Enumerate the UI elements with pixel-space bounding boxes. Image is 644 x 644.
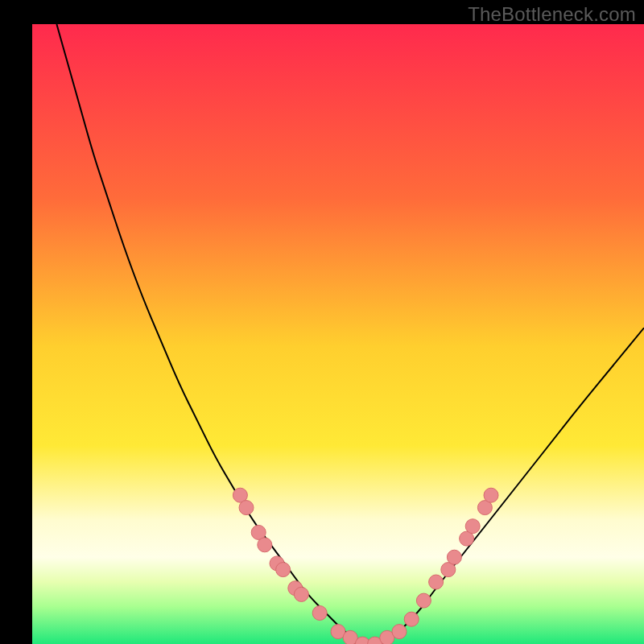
marker-dot bbox=[392, 625, 407, 639]
marker-dot bbox=[416, 593, 431, 608]
chart-frame: TheBottleneck.com bbox=[0, 0, 644, 644]
plot-area bbox=[32, 24, 644, 644]
marker-dot bbox=[484, 488, 498, 502]
marker-dot bbox=[447, 550, 461, 564]
marker-dot bbox=[294, 587, 308, 601]
marker-dot bbox=[404, 612, 419, 626]
marker-dot bbox=[276, 563, 291, 577]
marker-dot bbox=[312, 606, 327, 621]
chart-svg bbox=[32, 24, 644, 644]
gradient-background bbox=[32, 24, 644, 644]
marker-dot bbox=[258, 538, 272, 552]
marker-dot bbox=[465, 519, 480, 534]
marker-dot bbox=[429, 575, 444, 589]
marker-dot bbox=[239, 501, 254, 515]
watermark-text: TheBottleneck.com bbox=[468, 3, 636, 26]
